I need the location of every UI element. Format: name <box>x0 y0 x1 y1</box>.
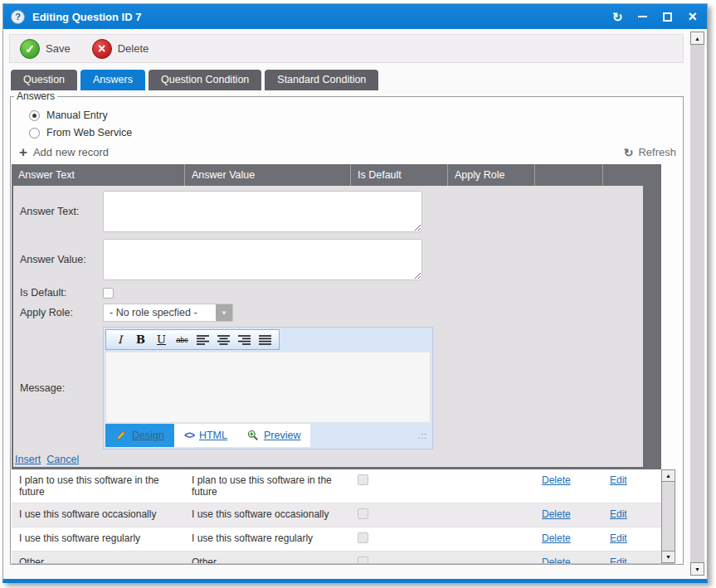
apply-role-dropdown[interactable]: - No role specfied - ▼ <box>103 304 233 322</box>
column-header-is-default[interactable]: Is Default <box>350 164 447 186</box>
grid-header-row: Answer Text Answer Value Is Default Appl… <box>12 164 661 186</box>
justify-icon[interactable] <box>256 332 274 347</box>
answer-value-label: Answer Value: <box>20 254 103 265</box>
answers-groupbox-legend: Answers <box>14 90 57 102</box>
minimize-button[interactable] <box>638 16 647 17</box>
action-toolbar: ✓ Save × Delete <box>9 34 684 63</box>
table-row[interactable]: Other Other Delete Edit <box>12 552 661 563</box>
column-header-answer-value[interactable]: Answer Value <box>184 164 350 186</box>
delete-button-label: Delete <box>118 42 149 55</box>
grid-scroll-up-button[interactable]: ▲ <box>661 469 675 482</box>
radio-manual-entry-label: Manual Entry <box>46 109 108 121</box>
cell-answer-text: Other <box>12 552 184 563</box>
cancel-link[interactable]: Cancel <box>46 454 79 465</box>
rte-resize-grip[interactable]: .:: <box>418 431 431 440</box>
refresh-button[interactable]: ↻ Refresh <box>624 146 676 158</box>
cell-apply-role <box>447 552 534 563</box>
grid-rows-viewport: I plan to use this software in the futur… <box>12 469 661 563</box>
tab-strip: Question Answers Question Condition Stan… <box>11 70 684 90</box>
save-check-icon: ✓ <box>20 39 40 59</box>
row-delete-link[interactable]: Delete <box>542 508 571 520</box>
tab-question[interactable]: Question <box>11 70 77 90</box>
cell-answer-value: I use this software regularly <box>184 527 350 551</box>
row-edit-link[interactable]: Edit <box>610 556 627 563</box>
add-new-record-label: Add new record <box>33 146 109 158</box>
close-button[interactable]: × <box>688 11 697 22</box>
underline-icon[interactable]: U <box>153 332 170 347</box>
add-new-record-button[interactable]: + Add new record <box>19 146 109 158</box>
chevron-down-icon[interactable]: ▼ <box>216 304 232 321</box>
window-scrollbar[interactable]: ▲ ▼ <box>690 32 704 576</box>
plus-icon: + <box>19 147 27 158</box>
answers-groupbox: Answers Manual Entry From Web Service + … <box>10 90 684 565</box>
save-button-label: Save <box>46 42 71 55</box>
window-scroll-down-button[interactable]: ▼ <box>690 562 704 576</box>
dialog-window: ? Editing Question ID 7 ↻ × ▲ ▼ ✓ Save ×… <box>2 3 708 583</box>
align-right-icon[interactable] <box>236 332 253 347</box>
insert-link[interactable]: Insert <box>15 454 41 465</box>
edit-form-panel: Answer Text: Answer Value: Is Default: <box>13 186 643 467</box>
row-is-default-checkbox[interactable] <box>358 556 368 563</box>
rte-preview-label: Preview <box>264 430 300 441</box>
grid-scrollbar-thumb[interactable] <box>661 482 675 551</box>
table-row[interactable]: I use this software occasionally I use t… <box>12 503 661 527</box>
refresh-label: Refresh <box>638 146 676 158</box>
row-is-default-checkbox[interactable] <box>358 532 368 543</box>
tab-standard-condition[interactable]: Standard Condition <box>265 70 378 90</box>
grid-scrollbar[interactable]: ▲ ▼ <box>661 469 675 563</box>
window-title: Editing Question ID 7 <box>32 11 141 23</box>
rte-html-tab[interactable]: <> HTML <box>174 424 237 447</box>
row-is-default-checkbox[interactable] <box>358 474 368 485</box>
radio-from-web-service[interactable]: From Web Service <box>29 127 683 138</box>
title-bar: ? Editing Question ID 7 ↻ × <box>3 4 707 29</box>
help-icon[interactable]: ? <box>11 10 25 24</box>
answers-grid: Answer Text Answer Value Is Default Appl… <box>12 164 675 564</box>
rte-content-area[interactable] <box>105 352 431 423</box>
save-button[interactable]: ✓ Save <box>20 39 71 59</box>
row-delete-link[interactable]: Delete <box>542 474 571 486</box>
rte-format-toolbar: I B U abc <box>105 329 280 350</box>
apply-role-label: Apply Role: <box>20 307 103 318</box>
cell-answer-value: I use this software occasionally <box>184 503 350 527</box>
window-scroll-up-button[interactable]: ▲ <box>690 32 704 45</box>
column-header-empty-2 <box>602 164 661 186</box>
is-default-checkbox[interactable] <box>103 288 114 299</box>
italic-icon[interactable]: I <box>111 332 129 347</box>
window-refresh-icon[interactable]: ↻ <box>612 11 623 23</box>
rte-preview-tab[interactable]: Preview <box>237 424 310 447</box>
row-delete-link[interactable]: Delete <box>542 556 571 563</box>
radio-from-web-service-icon[interactable] <box>29 128 40 138</box>
strikethrough-icon[interactable]: abc <box>173 332 191 347</box>
grid-command-row: + Add new record ↻ Refresh <box>11 138 683 164</box>
align-center-icon[interactable] <box>215 332 232 347</box>
apply-role-selected-value: - No role specfied - <box>104 304 216 321</box>
code-brackets-icon: <> <box>184 430 194 441</box>
answer-value-input[interactable] <box>103 239 422 280</box>
cell-answer-text: I use this software regularly <box>12 527 184 551</box>
row-edit-link[interactable]: Edit <box>610 474 627 486</box>
row-is-default-checkbox[interactable] <box>358 508 368 519</box>
rte-design-tab[interactable]: Design <box>105 424 174 447</box>
radio-manual-entry[interactable]: Manual Entry <box>29 109 683 121</box>
delete-x-icon: × <box>92 39 112 59</box>
delete-button[interactable]: × Delete <box>92 39 149 59</box>
row-edit-link[interactable]: Edit <box>610 508 627 520</box>
cell-apply-role <box>447 469 534 503</box>
answer-text-input[interactable] <box>103 191 422 232</box>
row-edit-link[interactable]: Edit <box>610 532 627 544</box>
grid-rows-area: I plan to use this software in the futur… <box>12 469 675 564</box>
align-left-icon[interactable] <box>194 332 212 347</box>
table-row[interactable]: I use this software regularly I use this… <box>12 527 661 552</box>
column-header-answer-text[interactable]: Answer Text <box>12 164 184 186</box>
maximize-button[interactable] <box>663 12 672 22</box>
row-delete-link[interactable]: Delete <box>542 532 571 544</box>
grid-scroll-down-button[interactable]: ▼ <box>661 551 675 563</box>
is-default-label: Is Default: <box>20 287 103 299</box>
tab-question-condition[interactable]: Question Condition <box>149 70 261 90</box>
bold-icon[interactable]: B <box>132 332 149 347</box>
radio-manual-entry-icon[interactable] <box>29 110 40 121</box>
column-header-apply-role[interactable]: Apply Role <box>447 164 534 186</box>
table-row[interactable]: I plan to use this software in the futur… <box>12 469 661 503</box>
cell-answer-value: Other <box>184 552 350 563</box>
tab-answers[interactable]: Answers <box>80 70 145 90</box>
